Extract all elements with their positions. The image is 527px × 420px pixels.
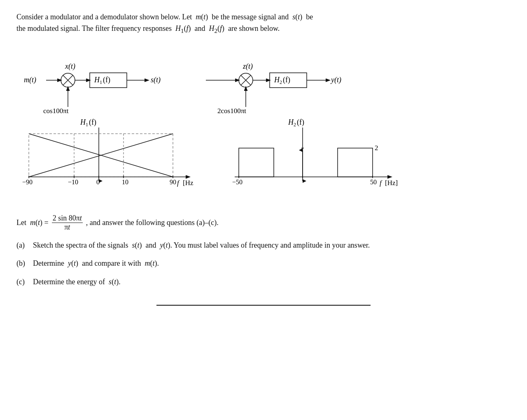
h1-x-zero: 0 [96, 179, 100, 186]
h1-x-minus90: −90 [22, 179, 33, 186]
h1-x-minus10: −10 [68, 179, 78, 186]
h2-subscript: 2 [280, 79, 282, 85]
h2-label: H [274, 76, 280, 84]
yt-label: y(t) [330, 76, 341, 84]
h2-graph-subscript: 2 [294, 122, 296, 128]
h1-xlabel-unit: [Hz] [183, 179, 194, 187]
h1-graph-subscript: 1 [86, 122, 88, 128]
h2-x-50: 50 [370, 179, 377, 186]
h2-y-2: 2 [375, 144, 378, 152]
questions-section: (a) Sketch the spectra of the signals s(… [16, 239, 511, 288]
h1-x-10: 10 [122, 179, 128, 186]
demodulator-diagram: z(t) H 2 (f) y(t) 2cos100πt [202, 47, 379, 113]
h1-graph-block: H 1 (f) f [Hz] [16, 117, 194, 202]
h1-graph-paren: (f) [89, 118, 96, 127]
xt-label: x(t) [65, 62, 75, 71]
h1-graph-title: H [80, 118, 86, 126]
h2-x-minus50: −50 [232, 179, 243, 186]
h1-graph-svg: H 1 (f) f [Hz] [16, 117, 194, 200]
h2-paren: (f) [283, 76, 290, 84]
let-mt-line: Let m(t) = 2 sin 80πt πt , and answer th… [16, 214, 511, 232]
question-b-label: (b) [16, 257, 30, 270]
h1-label: H [94, 76, 100, 84]
h2-graph-title: H [288, 118, 294, 126]
question-b-text: Determine y(t) and compare it with m(t). [33, 257, 159, 270]
question-a-text: Sketch the spectra of the signals s(t) a… [33, 239, 370, 252]
h2-graph-svg: H 2 (f) f [Hz] 2 −50 5 [226, 117, 399, 200]
h2-graph-paren: (f) [297, 118, 304, 127]
intro-text: Consider a modulator and a demodulator s… [16, 12, 511, 36]
let-suffix: , and answer the following questions (a)… [86, 218, 219, 227]
intro-line1: Consider a modulator and a demodulator s… [16, 12, 511, 23]
let-prefix: Let m(t) = [16, 218, 49, 227]
question-b: (b) Determine y(t) and compare it with m… [16, 257, 511, 270]
mt-numerator: 2 sin 80πt [52, 214, 83, 223]
h2-xlabel-unit: [Hz] [385, 179, 398, 187]
mt-fraction: 2 sin 80πt πt [52, 214, 83, 232]
svg-rect-26 [239, 148, 274, 177]
mt-denominator: πt [63, 223, 71, 232]
question-a: (a) Sketch the spectra of the signals s(… [16, 239, 511, 252]
carrier-label: cos100πt [43, 107, 69, 113]
question-c-text: Determine the energy of s(t). [33, 276, 121, 288]
diagrams-row: m(t) x(t) H 1 (f) s(t) cos100πt [16, 47, 511, 113]
intro-line2: the modulated signal. The filter frequen… [16, 23, 511, 36]
question-c-label: (c) [16, 276, 30, 288]
h2-graph-block: H 2 (f) f [Hz] 2 −50 5 [226, 117, 399, 202]
modulator-diagram: m(t) x(t) H 1 (f) s(t) cos100πt [16, 47, 177, 113]
filter-graphs-row: H 1 (f) f [Hz] [16, 117, 511, 202]
demodulator-svg: z(t) H 2 (f) y(t) 2cos100πt [202, 47, 379, 113]
demod-carrier-label: 2cos100πt [217, 107, 246, 113]
h2-xlabel: f [380, 179, 382, 187]
h1-x-90: 90 [170, 179, 176, 186]
mt-label: m(t) [24, 76, 36, 84]
h1-paren: (f) [103, 76, 110, 84]
question-a-label: (a) [16, 239, 30, 252]
question-c: (c) Determine the energy of s(t). [16, 276, 511, 288]
zt-label: z(t) [243, 62, 253, 71]
svg-rect-27 [338, 148, 373, 177]
st-label: s(t) [151, 76, 161, 84]
h1-xlabel: f [177, 179, 180, 187]
modulator-svg: m(t) x(t) H 1 (f) s(t) cos100πt [16, 47, 177, 113]
bottom-line [156, 305, 371, 306]
h1-subscript: 1 [100, 79, 102, 85]
